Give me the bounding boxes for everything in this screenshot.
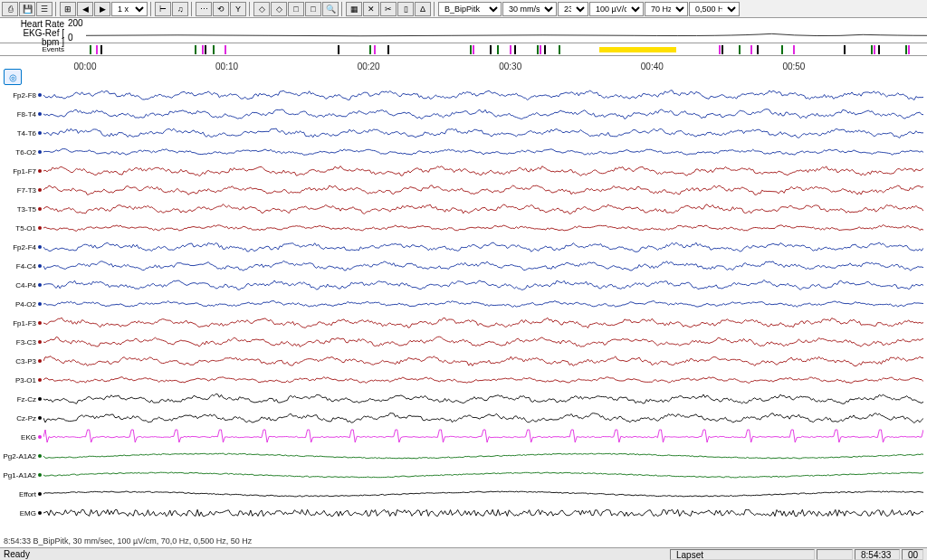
shape-3-icon[interactable]: □ bbox=[288, 2, 304, 16]
settings-icon[interactable]: ✕ bbox=[363, 2, 379, 16]
channel-label: T5-O1 bbox=[0, 224, 36, 233]
channel-label: T3-T5 bbox=[0, 205, 36, 214]
channel-color-dot bbox=[38, 416, 42, 420]
waveform bbox=[43, 123, 923, 143]
waveform bbox=[43, 294, 923, 314]
channel-Cz-Pz[interactable]: Cz-Pz bbox=[0, 408, 927, 428]
channel-color-dot bbox=[38, 435, 42, 439]
main-toolbar: ⎙ 💾 ☰ ⊞ ◀ ▶ 1 x ⊢ ♫ ⋯ ⟲ Y ◇ ◇ □ □ 🔍 ▦ ✕ … bbox=[0, 0, 927, 18]
channel-Pg1-A1A2[interactable]: Pg1-A1A2 bbox=[0, 465, 927, 485]
tools-icon[interactable]: ✂ bbox=[380, 2, 397, 16]
list-icon[interactable]: ☰ bbox=[36, 2, 53, 16]
channel-Effort[interactable]: Effort bbox=[0, 484, 927, 504]
channel-T6-O2[interactable]: T6-O2 bbox=[0, 142, 927, 162]
channel-F4-C4[interactable]: F4-C4 bbox=[0, 256, 927, 276]
tool-2-icon[interactable]: ⟲ bbox=[213, 2, 229, 16]
channel-color-dot bbox=[38, 150, 42, 154]
waveform bbox=[43, 104, 923, 124]
page-end-icon[interactable]: ▶ bbox=[94, 2, 110, 16]
page-start-icon[interactable]: ◀ bbox=[77, 2, 93, 16]
channel-label: P3-O1 bbox=[0, 376, 36, 384]
status-sec: 00 bbox=[902, 549, 923, 560]
shape-4-icon[interactable]: □ bbox=[305, 2, 321, 16]
channel-label: Fp1-F3 bbox=[0, 319, 36, 327]
waveform bbox=[43, 446, 923, 466]
channel-color-dot bbox=[38, 169, 42, 173]
channel-label: T6-O2 bbox=[0, 148, 36, 157]
epoch-select[interactable]: 23 bbox=[558, 2, 588, 16]
channel-color-dot bbox=[38, 207, 42, 211]
delta-icon[interactable]: Δ bbox=[415, 2, 431, 16]
channel-F8-T4[interactable]: F8-T4 bbox=[0, 104, 927, 124]
channel-P4-O2[interactable]: P4-O2 bbox=[0, 294, 927, 314]
channel-Pg2-A1A2[interactable]: Pg2-A1A2 bbox=[0, 446, 927, 466]
shape-2-icon[interactable]: ◇ bbox=[271, 2, 287, 16]
channel-P3-O1[interactable]: P3-O1 bbox=[0, 370, 927, 390]
marker-y-icon[interactable]: Y bbox=[230, 2, 246, 16]
channel-EMG[interactable]: EMG bbox=[0, 503, 927, 523]
music-icon[interactable]: ♫ bbox=[172, 2, 188, 16]
channel-color-dot bbox=[38, 397, 42, 401]
toggle-a-icon[interactable]: ⊞ bbox=[60, 2, 76, 16]
sensitivity-select[interactable]: 100 µV/cm bbox=[589, 2, 644, 16]
timebase-select[interactable]: 30 mm/sec bbox=[502, 2, 557, 16]
channel-EKG[interactable]: EKG bbox=[0, 427, 927, 447]
channel-label: F8-T4 bbox=[0, 110, 36, 119]
channel-F7-T3[interactable]: F7-T3 bbox=[0, 180, 927, 200]
doc-icon[interactable]: ▯ bbox=[397, 2, 414, 16]
channel-label: Fz-Cz bbox=[0, 395, 36, 403]
waveform bbox=[43, 370, 923, 390]
channel-Fz-Cz[interactable]: Fz-Cz bbox=[0, 389, 927, 409]
status-bar: Ready Lapset 8:54:33 00 bbox=[0, 547, 927, 560]
waveform bbox=[43, 465, 923, 485]
channel-label: F3-C3 bbox=[0, 338, 36, 346]
print-icon[interactable]: ⎙ bbox=[2, 2, 18, 16]
channel-color-dot bbox=[38, 511, 42, 515]
waveform bbox=[43, 218, 923, 238]
waveform bbox=[43, 275, 923, 295]
events-label: Events bbox=[0, 45, 68, 53]
heart-rate-scale: 2000 bbox=[68, 18, 86, 43]
zoom-select[interactable]: 1 x bbox=[111, 2, 148, 16]
waveform bbox=[43, 484, 923, 504]
channel-color-dot bbox=[38, 321, 42, 325]
highcut-select[interactable]: 70 Hz bbox=[645, 2, 688, 16]
channel-color-dot bbox=[38, 93, 42, 97]
heart-rate-plot[interactable] bbox=[86, 18, 927, 43]
channel-T4-T6[interactable]: T4-T6 bbox=[0, 123, 927, 143]
ruler-icon[interactable]: ⊢ bbox=[155, 2, 171, 16]
target-icon[interactable]: ◎ bbox=[4, 69, 22, 85]
grid-icon[interactable]: ▦ bbox=[346, 2, 362, 16]
channel-color-dot bbox=[38, 454, 42, 458]
channel-label: Pg1-A1A2 bbox=[0, 471, 36, 479]
channel-label: C3-P3 bbox=[0, 357, 36, 365]
time-axis: 00:0000:1000:2000:3000:4000:50 bbox=[0, 56, 927, 67]
channel-Fp1-F3[interactable]: Fp1-F3 bbox=[0, 313, 927, 333]
channel-label: EMG bbox=[0, 509, 36, 517]
channel-T3-T5[interactable]: T3-T5 bbox=[0, 199, 927, 219]
channel-label: EKG bbox=[0, 433, 36, 441]
shape-1-icon[interactable]: ◇ bbox=[253, 2, 270, 16]
heart-rate-label: Heart Rate EKG-Ref [ bpm ] bbox=[0, 18, 68, 43]
channel-color-dot bbox=[38, 492, 42, 496]
channel-C3-P3[interactable]: C3-P3 bbox=[0, 351, 927, 371]
lowcut-select[interactable]: 0,500 Hz bbox=[689, 2, 740, 16]
montage-select[interactable]: B_BipPitk bbox=[438, 2, 502, 16]
eeg-waveform-area[interactable]: Fp2-F8F8-T4T4-T6T6-O2Fp1-F7F7-T3T3-T5T5-… bbox=[0, 85, 927, 551]
save-icon[interactable]: 💾 bbox=[19, 2, 35, 16]
channel-label: F7-T3 bbox=[0, 186, 36, 195]
status-project: Lapset bbox=[670, 549, 815, 560]
channel-C4-P4[interactable]: C4-P4 bbox=[0, 275, 927, 295]
channel-Fp1-F7[interactable]: Fp1-F7 bbox=[0, 161, 927, 181]
tool-1-icon[interactable]: ⋯ bbox=[196, 2, 212, 16]
channel-F3-C3[interactable]: F3-C3 bbox=[0, 332, 927, 352]
channel-color-dot bbox=[38, 264, 42, 268]
waveform bbox=[43, 85, 923, 105]
channel-Fp2-F4[interactable]: Fp2-F4 bbox=[0, 237, 927, 257]
waveform bbox=[43, 427, 923, 447]
search-icon[interactable]: 🔍 bbox=[322, 2, 339, 16]
channel-Fp2-F8[interactable]: Fp2-F8 bbox=[0, 85, 927, 105]
channel-T5-O1[interactable]: T5-O1 bbox=[0, 218, 927, 238]
events-track[interactable] bbox=[68, 43, 927, 56]
waveform bbox=[43, 237, 923, 257]
